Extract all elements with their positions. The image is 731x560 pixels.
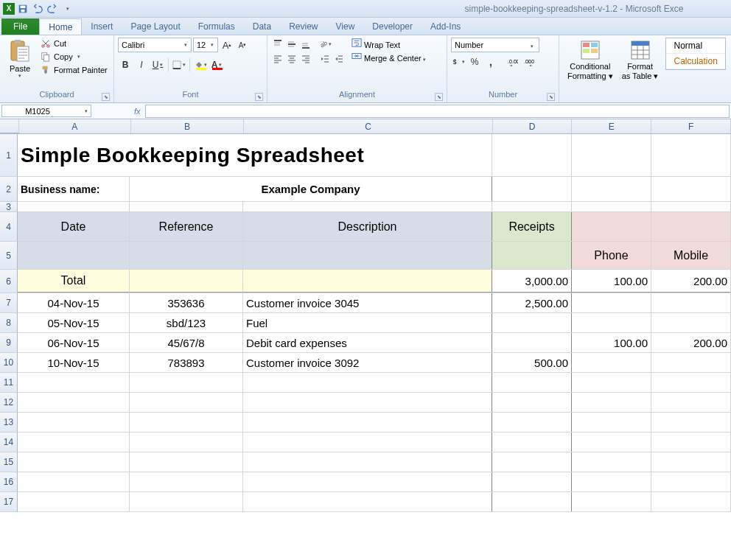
- cell-business-label[interactable]: Business name:: [18, 177, 130, 201]
- tab-data[interactable]: Data: [244, 18, 280, 35]
- cell[interactable]: [492, 373, 572, 392]
- paste-button[interactable]: Paste ▾: [4, 38, 36, 80]
- align-left-button[interactable]: [271, 52, 284, 66]
- align-bottom-button[interactable]: [299, 38, 312, 51]
- row-header-9[interactable]: 9: [0, 333, 18, 353]
- select-all-corner[interactable]: [0, 119, 19, 133]
- col-header-A[interactable]: A: [19, 119, 131, 133]
- cell[interactable]: [243, 433, 492, 452]
- cell[interactable]: [243, 202, 492, 211]
- tab-developer[interactable]: Developer: [363, 18, 422, 35]
- cell[interactable]: [18, 472, 130, 491]
- orientation-button[interactable]: ab: [318, 38, 332, 51]
- align-top-button[interactable]: [271, 38, 284, 51]
- style-normal[interactable]: Normal: [666, 38, 724, 54]
- total-label[interactable]: Total: [18, 270, 130, 293]
- row-header-12[interactable]: 12: [0, 393, 18, 413]
- comma-style-button[interactable]: ,: [483, 55, 498, 69]
- cell-ref[interactable]: 783893: [130, 353, 243, 372]
- tab-insert[interactable]: Insert: [82, 18, 122, 35]
- save-button[interactable]: [16, 2, 29, 15]
- clipboard-dialog-launcher[interactable]: ⬊: [102, 93, 110, 101]
- cell-ref[interactable]: 353636: [130, 293, 243, 312]
- cell[interactable]: [243, 472, 492, 491]
- tab-file[interactable]: File: [1, 18, 39, 35]
- cell[interactable]: [243, 452, 492, 472]
- cell-receipts[interactable]: 500.00: [492, 353, 572, 372]
- row-header-7[interactable]: 7: [0, 293, 18, 313]
- cell[interactable]: [18, 452, 130, 472]
- cell[interactable]: [651, 393, 731, 412]
- name-box-input[interactable]: [5, 107, 70, 116]
- cell[interactable]: [572, 492, 651, 511]
- tab-page-layout[interactable]: Page Layout: [122, 18, 189, 35]
- cell[interactable]: [492, 452, 572, 472]
- cell[interactable]: [572, 202, 651, 211]
- cell[interactable]: [651, 177, 731, 201]
- col-header-C[interactable]: C: [244, 119, 492, 133]
- row-header-13[interactable]: 13: [0, 413, 18, 433]
- cell[interactable]: [492, 492, 572, 511]
- row-header-14[interactable]: 14: [0, 433, 18, 452]
- cell-ref[interactable]: sbd/123: [130, 313, 243, 332]
- row-header-8[interactable]: 8: [0, 313, 18, 333]
- cell[interactable]: [492, 413, 572, 432]
- cell-business-name[interactable]: Example Company: [130, 177, 492, 201]
- row-header-11[interactable]: 11: [0, 373, 18, 393]
- header-description[interactable]: Description: [243, 212, 492, 241]
- cell[interactable]: [18, 393, 130, 412]
- decrease-decimal-button[interactable]: .00.0: [522, 55, 536, 69]
- shrink-font-button[interactable]: A▾: [235, 38, 250, 52]
- align-right-button[interactable]: [299, 52, 312, 66]
- cell[interactable]: [130, 270, 243, 293]
- style-calculation[interactable]: Calculation: [666, 54, 724, 69]
- total-mobile[interactable]: 200.00: [651, 270, 731, 293]
- copy-button[interactable]: Copy▾: [39, 51, 120, 63]
- cell[interactable]: [130, 472, 243, 491]
- cell[interactable]: [651, 472, 731, 491]
- cell[interactable]: [651, 373, 731, 392]
- cell-phone[interactable]: 100.00: [572, 333, 651, 352]
- cell-mobile[interactable]: [651, 293, 731, 312]
- cell[interactable]: [492, 433, 572, 452]
- cell[interactable]: [243, 492, 492, 511]
- cut-button[interactable]: Cut: [39, 38, 120, 49]
- conditional-formatting-button[interactable]: Conditional Formatting ▾: [563, 38, 618, 83]
- cell[interactable]: [492, 393, 572, 412]
- border-button[interactable]: [172, 57, 186, 72]
- row-header-1[interactable]: 1: [0, 134, 18, 177]
- cell-ref[interactable]: 45/67/8: [130, 333, 243, 352]
- fx-icon[interactable]: fx: [134, 107, 141, 116]
- row-header-6[interactable]: 6: [0, 270, 18, 293]
- cell[interactable]: [130, 433, 243, 452]
- font-name-selector[interactable]: [118, 38, 192, 52]
- col-header-D[interactable]: D: [493, 119, 573, 133]
- cell[interactable]: [243, 242, 492, 269]
- font-size-selector[interactable]: [193, 38, 218, 52]
- number-dialog-launcher[interactable]: ⬊: [547, 93, 555, 101]
- cell[interactable]: [130, 492, 243, 511]
- cell-desc[interactable]: Customer invoice 3092: [243, 353, 492, 372]
- header-reference[interactable]: Reference: [130, 212, 243, 241]
- cell[interactable]: [572, 472, 651, 491]
- number-format-selector[interactable]: [451, 38, 539, 52]
- row-header-17[interactable]: 17: [0, 492, 18, 512]
- cell[interactable]: [572, 393, 651, 412]
- cell[interactable]: [492, 242, 572, 269]
- header-mobile[interactable]: Mobile: [651, 242, 731, 269]
- qat-customize-button[interactable]: [60, 2, 74, 15]
- format-as-table-button[interactable]: Format as Table ▾: [618, 38, 663, 83]
- cell-phone[interactable]: [572, 353, 651, 372]
- header-phone[interactable]: Phone: [572, 242, 651, 269]
- cell-mobile[interactable]: 200.00: [651, 333, 731, 352]
- tab-review[interactable]: Review: [280, 18, 326, 35]
- cell[interactable]: [572, 452, 651, 472]
- merge-center-button[interactable]: Merge & Center▾: [351, 51, 440, 63]
- cell-mobile[interactable]: [651, 353, 731, 372]
- cell[interactable]: [130, 373, 243, 392]
- cell-phone[interactable]: [572, 313, 651, 332]
- row-header-10[interactable]: 10: [0, 353, 18, 373]
- total-receipts[interactable]: 3,000.00: [492, 270, 572, 293]
- row-header-2[interactable]: 2: [0, 177, 18, 202]
- cell[interactable]: [130, 452, 243, 472]
